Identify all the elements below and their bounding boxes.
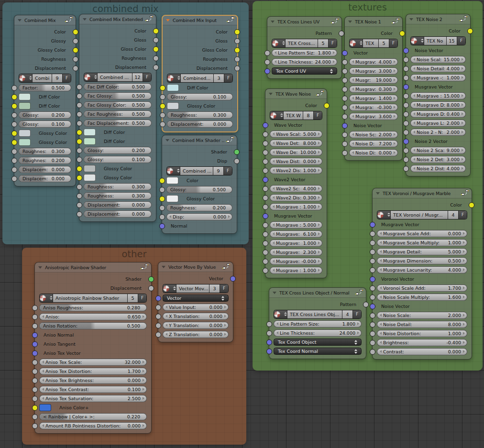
number-field[interactable]: Line Thickness:24.000 [274, 329, 362, 337]
increment-arrow-icon[interactable] [143, 397, 144, 400]
fake-user-button[interactable]: F [389, 39, 397, 47]
number-field[interactable]: Aniso Tex Distortion:1.700 [39, 368, 147, 375]
slider-field[interactable]: Fac Displacement:0.500 [84, 120, 152, 127]
decrement-arrow-icon[interactable] [380, 232, 382, 235]
input-socket[interactable] [77, 102, 82, 108]
input-socket[interactable] [266, 349, 272, 354]
datablock-users-count[interactable]: 3 [209, 284, 220, 293]
decrement-arrow-icon[interactable] [380, 268, 382, 271]
decrement-arrow-icon[interactable] [275, 60, 276, 63]
fake-user-button[interactable]: F [62, 74, 71, 82]
material-browse-button[interactable] [270, 111, 283, 120]
output-socket-shader[interactable] [148, 276, 154, 282]
decrement-arrow-icon[interactable] [42, 424, 44, 427]
color-swatch[interactable] [167, 84, 179, 92]
input-socket[interactable] [370, 295, 375, 300]
decrement-arrow-icon[interactable] [165, 315, 167, 317]
number-field[interactable]: Noise Di:0.000 [349, 149, 398, 157]
output-socket-displacement[interactable] [73, 66, 78, 71]
number-field[interactable]: Noise 2 Det:3.000 [410, 156, 466, 164]
increment-arrow-icon[interactable] [463, 268, 465, 271]
slider-field[interactable]: Factor:0.500 [19, 84, 71, 92]
color-swatch[interactable] [167, 102, 179, 110]
node-header-tex-cross-lines-object-normal[interactable]: TEX Cross Lines Object / Normal [269, 288, 366, 298]
output-socket-color[interactable] [234, 29, 240, 35]
input-socket[interactable] [263, 159, 268, 164]
color-swatch[interactable] [84, 138, 96, 145]
decrement-arrow-icon[interactable] [352, 115, 354, 118]
color-swatch[interactable] [19, 130, 31, 137]
output-socket-gloss[interactable] [234, 38, 240, 44]
decrement-arrow-icon[interactable] [275, 51, 276, 54]
input-socket[interactable] [403, 120, 409, 126]
datablock-name-field[interactable]: Vector Mov... [176, 284, 209, 293]
input-socket[interactable] [263, 177, 268, 183]
slider-field[interactable]: Roughnes:0.300 [19, 148, 71, 155]
color-swatch[interactable] [19, 102, 31, 110]
input-socket[interactable] [160, 112, 165, 118]
input-socket[interactable] [160, 103, 165, 109]
node-header-combined-mix[interactable]: Combined Mix [14, 15, 76, 25]
fake-user-button[interactable]: F [143, 73, 151, 81]
input-socket[interactable] [370, 304, 375, 309]
fake-user-button[interactable]: F [224, 74, 232, 82]
input-socket[interactable] [263, 131, 268, 137]
slider-field[interactable]: Glossy:0.200 [19, 111, 71, 119]
input-socket[interactable] [32, 350, 38, 356]
number-field[interactable]: Musgrave -:1.000 [410, 74, 466, 82]
input-socket[interactable] [263, 141, 268, 146]
number-field[interactable]: Aniso Tex Scale:32.000 [39, 359, 147, 366]
number-field[interactable]: Wave Det:8.000 [270, 140, 322, 147]
input-socket[interactable] [370, 322, 375, 328]
slider-field[interactable]: Aniso Rotation:0.500 [39, 322, 147, 330]
number-field[interactable]: Musgrav:0.300 [349, 86, 398, 93]
decrement-arrow-icon[interactable] [413, 121, 415, 124]
slider-field[interactable]: Displacement:0.000 [167, 120, 233, 128]
datablock-users-count[interactable]: 4 [448, 211, 458, 219]
input-socket[interactable] [11, 158, 17, 164]
datablock-selector[interactable]: TEX5F [349, 39, 398, 48]
node-header-combined-mix-extended[interactable]: Combined Mix Extended [79, 14, 156, 24]
number-field[interactable]: Disp:0.000 [166, 213, 232, 221]
datablock-name-field[interactable]: Combi [32, 74, 52, 82]
input-socket[interactable] [77, 166, 82, 172]
decrement-arrow-icon[interactable] [273, 151, 275, 153]
number-field[interactable]: Wave De:10.000 [270, 149, 322, 156]
output-socket-roughness[interactable] [234, 56, 240, 62]
input-socket[interactable] [159, 196, 165, 202]
datablock-selector[interactable]: TEX Voronoi / Musgr...4F [377, 210, 467, 219]
fake-user-button[interactable]: F [220, 284, 228, 293]
decrement-arrow-icon[interactable] [273, 241, 275, 244]
decrement-arrow-icon[interactable] [42, 397, 44, 400]
input-socket[interactable] [370, 276, 375, 282]
decrement-arrow-icon[interactable] [273, 223, 275, 226]
increment-arrow-icon[interactable] [394, 97, 396, 99]
input-socket[interactable] [159, 223, 165, 229]
decrement-arrow-icon[interactable] [273, 142, 275, 144]
number-field[interactable]: Musgrave :1.000 [270, 203, 322, 211]
datablock-selector[interactable]: TEX No15F [410, 36, 466, 45]
output-socket-color[interactable] [73, 29, 78, 35]
decrement-arrow-icon[interactable] [413, 67, 415, 70]
increment-arrow-icon[interactable] [394, 115, 396, 118]
decrement-arrow-icon[interactable] [380, 295, 382, 298]
decrement-arrow-icon[interactable] [273, 187, 275, 190]
number-field[interactable]: Wave2 Dis:0.300 [270, 194, 322, 202]
input-socket[interactable] [403, 75, 409, 81]
fake-user-button[interactable]: F [458, 211, 467, 219]
input-socket[interactable] [77, 93, 82, 99]
decrement-arrow-icon[interactable] [380, 241, 382, 244]
input-socket[interactable] [159, 187, 165, 193]
decrement-arrow-icon[interactable] [273, 132, 275, 135]
increment-arrow-icon[interactable] [357, 322, 359, 325]
increment-arrow-icon[interactable] [224, 315, 226, 317]
number-field[interactable]: Y Translation:0.000 [163, 322, 229, 329]
number-field[interactable]: Noise Scale:2.000 [377, 312, 467, 319]
input-socket[interactable] [342, 105, 348, 110]
decrement-arrow-icon[interactable] [380, 314, 382, 317]
output-socket-color[interactable] [469, 202, 474, 208]
decrement-arrow-icon[interactable] [273, 169, 275, 172]
input-socket[interactable] [370, 285, 375, 291]
datablock-selector[interactable]: TEX Cross...5F [272, 39, 337, 48]
increment-arrow-icon[interactable] [394, 87, 396, 90]
